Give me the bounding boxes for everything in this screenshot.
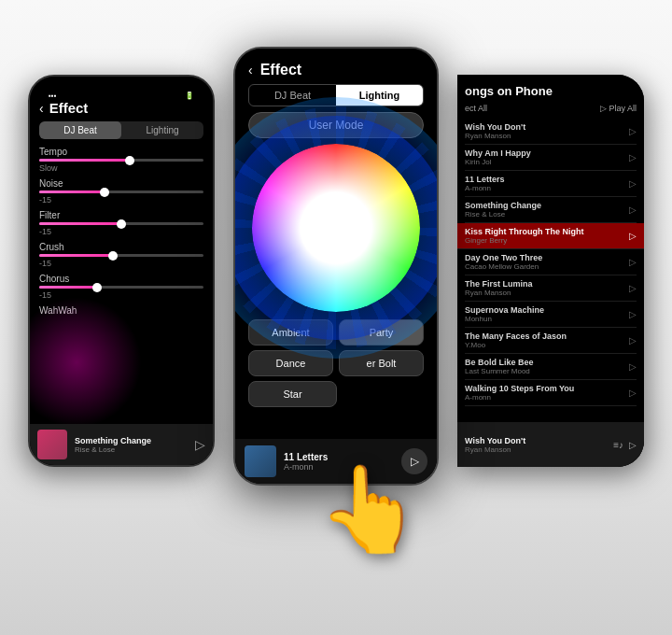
song-artist-11: A-monn (465, 393, 574, 402)
song-play-8[interactable]: ▷ (629, 309, 637, 319)
right-actions: ect All ▷ Play All (465, 104, 637, 113)
left-slider-noise: Noise -15 (39, 178, 203, 205)
left-slider-tempo-value: Slow (39, 163, 203, 173)
left-slider-chorus-label: Chorus (39, 274, 203, 284)
left-slider-chorus-value: -15 (39, 290, 203, 300)
left-bottom-info: Something Change Rise & Lose (75, 436, 188, 454)
song-play-2[interactable]: ▷ (629, 152, 637, 162)
left-bottom-artist: Rise & Lose (75, 445, 188, 454)
song-item-3[interactable]: 11 Letters A-monn ▷ (465, 171, 637, 197)
song-artist-1: Ryan Manson (465, 132, 525, 140)
song-info-3: 11 Letters A-monn (465, 175, 505, 192)
song-item-4[interactable]: Something Change Rise & Lose ▷ (465, 197, 637, 223)
center-bottom-bar: 11 Letters A-monn ▷ (235, 439, 437, 484)
right-playlist-icon[interactable]: ≡♪ (613, 440, 623, 450)
left-slider-filter-track[interactable] (39, 222, 203, 225)
song-play-9[interactable]: ▷ (629, 335, 637, 346)
left-slider-noise-track[interactable] (39, 190, 203, 193)
center-album-art (245, 445, 276, 477)
song-name-9: The Many Faces of Jason (465, 332, 567, 341)
left-slider-chorus-fill (39, 286, 97, 289)
song-info-10: Be Bold Like Bee Last Summer Mood (465, 358, 534, 375)
left-screen: ▪▪▪ 🔋 ‹ Effect DJ Beat Lighting Tempo Sl… (30, 77, 213, 465)
song-play-1[interactable]: ▷ (629, 126, 637, 136)
center-bottom-artist: A-monn (284, 462, 394, 472)
left-slider-chorus-thumb (92, 283, 102, 292)
song-name-2: Why Am I Happy (465, 148, 531, 158)
left-slider-filter-value: -15 (39, 227, 203, 236)
song-item-10[interactable]: Be Bold Like Bee Last Summer Mood ▷ (465, 354, 637, 380)
song-name-1: Wish You Don't (465, 122, 525, 132)
center-bottom-title: 11 Letters (284, 452, 394, 462)
song-artist-10: Last Summer Mood (465, 367, 534, 375)
center-notch (308, 49, 364, 56)
song-artist-7: Ryan Manson (465, 289, 533, 297)
song-artist-8: Monhun (465, 315, 544, 323)
left-slider-tempo-track[interactable] (39, 159, 203, 162)
right-bottom-artist: Ryan Manson (465, 445, 608, 454)
song-item-5[interactable]: Kiss Right Through The Night Ginger Berr… (457, 223, 644, 249)
right-bottom-info: Wish You Don't Ryan Manson (465, 436, 608, 454)
left-bg-glow (30, 297, 142, 428)
left-title: Effect (49, 100, 89, 116)
song-play-3[interactable]: ▷ (629, 178, 637, 189)
right-bottom-bar: Wish You Don't Ryan Manson ≡♪ ▷ (457, 422, 644, 467)
right-play-all[interactable]: ▷ Play All (600, 104, 637, 113)
left-slider-wahwah-label: WahWah (39, 305, 203, 316)
song-info-5: Kiss Right Through The Night Ginger Berr… (465, 227, 584, 245)
song-item-7[interactable]: The First Lumina Ryan Manson ▷ (465, 275, 637, 302)
song-play-6[interactable]: ▷ (629, 257, 637, 267)
song-artist-9: Y.Moo (465, 341, 567, 349)
song-item-6[interactable]: Day One Two Three Cacao Mellow Garden ▷ (465, 249, 637, 275)
left-slider-chorus-track[interactable] (39, 286, 203, 289)
left-slider-crush-track[interactable] (39, 254, 203, 257)
right-bottom-title: Wish You Don't (465, 436, 608, 445)
song-info-9: The Many Faces of Jason Y.Moo (465, 332, 567, 349)
left-slider-noise-value: -15 (39, 195, 203, 205)
phone-left: ▪▪▪ 🔋 ‹ Effect DJ Beat Lighting Tempo Sl… (28, 75, 215, 467)
song-play-10[interactable]: ▷ (629, 361, 637, 372)
left-slider-tempo: Tempo Slow (39, 147, 203, 173)
color-wheel[interactable] (252, 144, 420, 312)
left-slider-noise-label: Noise (39, 178, 203, 189)
song-play-11[interactable]: ▷ (629, 388, 637, 398)
center-play-button[interactable]: ▷ (401, 448, 427, 474)
left-tab-lighting[interactable]: Lighting (121, 121, 203, 139)
song-info-8: Supernova Machine Monhun (465, 305, 544, 323)
song-name-3: 11 Letters (465, 175, 505, 184)
phone-center: ‹ Effect DJ Beat Lighting User Mode Ambi… (233, 47, 439, 486)
song-artist-2: Kirin Jol (465, 158, 531, 166)
song-item-1[interactable]: Wish You Don't Ryan Manson ▷ (465, 119, 637, 145)
song-info-1: Wish You Don't Ryan Manson (465, 122, 525, 140)
right-play-icon[interactable]: ▷ (629, 440, 637, 450)
song-info-11: Walking 10 Steps From You A-monn (465, 384, 574, 402)
song-item-11[interactable]: Walking 10 Steps From You A-monn ▷ (465, 380, 637, 406)
song-play-7[interactable]: ▷ (629, 283, 637, 293)
center-back-arrow[interactable]: ‹ (248, 63, 253, 78)
song-name-8: Supernova Machine (465, 305, 544, 315)
song-play-4[interactable]: ▷ (629, 205, 637, 215)
left-album-art (37, 430, 67, 459)
song-play-5[interactable]: ▷ (629, 231, 637, 241)
left-bottom-title: Something Change (75, 436, 188, 445)
song-name-4: Something Change (465, 201, 541, 210)
left-tab-djbeat[interactable]: DJ Beat (39, 121, 121, 139)
left-back-arrow[interactable]: ‹ (39, 101, 44, 116)
song-info-2: Why Am I Happy Kirin Jol (465, 148, 531, 166)
left-slider-crush-fill (39, 254, 113, 257)
mode-row-3: Star (248, 381, 424, 407)
song-item-2[interactable]: Why Am I Happy Kirin Jol ▷ (465, 145, 637, 171)
song-item-8[interactable]: Supernova Machine Monhun ▷ (465, 302, 637, 328)
center-screen: ‹ Effect DJ Beat Lighting User Mode Ambi… (235, 49, 437, 484)
song-item-9[interactable]: The Many Faces of Jason Y.Moo ▷ (465, 328, 637, 354)
song-name-5: Kiss Right Through The Night (465, 227, 584, 236)
left-play-icon[interactable]: ▷ (195, 437, 205, 452)
left-bottom-bar: Something Change Rise & Lose ▷ (30, 424, 213, 465)
right-select-all[interactable]: ect All (465, 104, 487, 113)
phone-right: ongs on Phone ect All ▷ Play All Wish Yo… (457, 75, 644, 467)
left-slider-noise-thumb (100, 188, 109, 197)
song-artist-4: Rise & Lose (465, 210, 541, 219)
song-info-7: The First Lumina Ryan Manson (465, 279, 533, 297)
mode-btn-star[interactable]: Star (248, 381, 337, 407)
phones-container: ▪▪▪ 🔋 ‹ Effect DJ Beat Lighting Tempo Sl… (28, 47, 644, 588)
